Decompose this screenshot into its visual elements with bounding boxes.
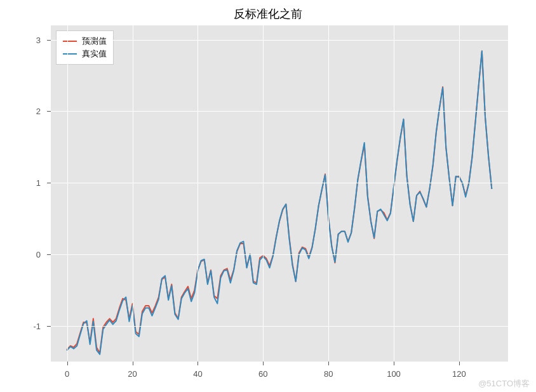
- y-tick-label: 2: [36, 107, 41, 116]
- grid-line-v: [263, 25, 264, 362]
- grid-line-v: [198, 25, 198, 362]
- y-tick-label: 3: [36, 35, 41, 44]
- grid-line-h: [51, 111, 508, 112]
- y-tick-mark: [47, 40, 51, 41]
- x-tick-mark: [198, 362, 198, 365]
- x-tick-label: 40: [193, 369, 202, 379]
- grid-line-v: [133, 25, 133, 362]
- x-tick-mark: [263, 362, 264, 365]
- y-tick-mark: [47, 183, 51, 183]
- chart-title: 反标准化之前: [0, 6, 536, 22]
- grid-line-h: [51, 40, 508, 41]
- chart-svg: [51, 25, 508, 362]
- y-tick-mark: [47, 254, 51, 255]
- x-tick-label: 60: [258, 369, 267, 379]
- grid-line-h: [51, 326, 508, 327]
- x-tick-label: 20: [128, 369, 137, 379]
- x-tick-label: 80: [324, 369, 333, 379]
- x-tick-mark: [133, 362, 133, 365]
- grid-line-v: [394, 25, 394, 362]
- legend-item-actual: 真实值: [63, 48, 107, 60]
- x-tick-label: 120: [452, 369, 466, 379]
- watermark: @51CTO博客: [478, 378, 530, 389]
- legend-label-predicted: 预测值: [82, 36, 107, 47]
- grid-line-v: [67, 25, 68, 362]
- grid-line-v: [459, 25, 460, 362]
- legend-swatch-predicted: [63, 41, 77, 42]
- grid-line-h: [51, 254, 508, 255]
- y-tick-mark: [47, 111, 51, 112]
- legend-label-actual: 真实值: [82, 48, 107, 60]
- x-tick-mark: [67, 362, 68, 365]
- grid-line-h: [51, 183, 508, 183]
- legend-item-predicted: 预测值: [63, 35, 107, 48]
- x-tick-label: 0: [65, 369, 69, 379]
- x-tick-mark: [459, 362, 460, 365]
- series-line: [67, 51, 492, 353]
- chart-container: 反标准化之前 预测值 真实值 -10123020406080100120 @51…: [0, 0, 536, 392]
- y-tick-label: 0: [36, 249, 41, 259]
- plot-area: 预测值 真实值 -10123020406080100120: [51, 25, 508, 362]
- y-tick-mark: [47, 326, 51, 327]
- y-tick-label: 1: [36, 178, 41, 188]
- y-tick-label: -1: [33, 321, 41, 330]
- legend-swatch-actual: [63, 53, 77, 55]
- legend: 预测值 真实值: [56, 30, 114, 65]
- x-tick-label: 100: [387, 369, 401, 379]
- grid-line-v: [328, 25, 329, 362]
- x-tick-mark: [394, 362, 394, 365]
- x-tick-mark: [328, 362, 329, 365]
